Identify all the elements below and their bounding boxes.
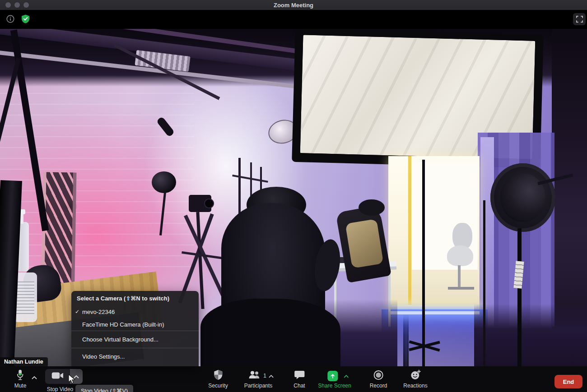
scene-floor-right	[474, 304, 587, 366]
record-button[interactable]: Record	[370, 366, 387, 392]
share-options-chevron[interactable]	[344, 372, 349, 380]
zoom-meeting-window: Zoom Meeting	[0, 0, 587, 392]
mute-label: Mute	[14, 383, 27, 389]
titlebar: Zoom Meeting	[0, 0, 587, 10]
chat-bubble-icon	[294, 370, 305, 382]
scene-camera-lens	[204, 198, 214, 208]
video-camera-icon	[51, 372, 64, 381]
meeting-info-icon[interactable]	[6, 15, 14, 23]
menu-item-virtual-background[interactable]: Choose Virtual Background...	[71, 331, 199, 348]
security-button[interactable]: Security	[208, 366, 228, 392]
menu-item-video-settings[interactable]: Video Settings...	[71, 348, 199, 365]
camera-menu-item-facetime[interactable]: FaceTime HD Camera (Built-in)	[71, 318, 199, 331]
zoom-window-button[interactable]	[23, 2, 29, 8]
participants-count: 1	[263, 373, 266, 379]
scene-office-chair-seat	[447, 245, 473, 266]
scene-warm-light-strip	[392, 305, 477, 309]
chat-button[interactable]: Chat	[294, 366, 305, 392]
camera-menu-item-mevo[interactable]: ✓ mevo-22346	[71, 305, 199, 318]
record-icon	[373, 370, 384, 382]
participants-options-chevron[interactable]	[269, 372, 274, 380]
scene-bottle-label	[16, 281, 34, 315]
participants-button[interactable]: 1 Participants	[248, 366, 274, 392]
mouse-cursor	[68, 374, 77, 387]
reactions-icon	[410, 369, 421, 382]
close-window-button[interactable]	[5, 2, 11, 8]
checkmark-icon: ✓	[75, 309, 82, 315]
fullscreen-icon[interactable]	[573, 13, 586, 25]
security-label: Security	[208, 383, 228, 389]
security-shield-icon	[213, 369, 223, 382]
scene-blue-light-strip	[389, 311, 480, 314]
stop-video-button-group	[45, 369, 83, 384]
traffic-lights	[5, 2, 29, 8]
scene-gaming-chair-base	[200, 299, 340, 366]
scene-blue-floor-glow	[382, 309, 488, 366]
meeting-status-bar	[0, 10, 587, 29]
scene-lit-column	[480, 137, 494, 327]
camera-menu-header: Select a Camera (⇧⌘N to switch)	[71, 291, 199, 305]
menu-item-label: Video Settings...	[82, 353, 125, 360]
reactions-button[interactable]: Reactions	[403, 366, 427, 392]
stop-video-button[interactable]	[45, 369, 70, 384]
record-label: Record	[370, 383, 387, 389]
chat-label: Chat	[294, 383, 305, 389]
microphone-icon	[16, 369, 25, 383]
end-meeting-button[interactable]: End	[554, 375, 582, 388]
window-title: Zoom Meeting	[0, 2, 587, 9]
camera-menu-item-label: mevo-22346	[82, 309, 115, 315]
camera-menu-item-label: FaceTime HD Camera (Built-in)	[82, 321, 164, 328]
share-screen-label: Share Screen	[318, 383, 351, 389]
stop-video-tooltip: Stop Video (⇧⌘V)	[75, 385, 133, 392]
reactions-label: Reactions	[403, 383, 427, 389]
scene-office-chair-base	[448, 287, 474, 290]
mute-options-chevron[interactable]	[32, 373, 37, 381]
scene-dish-stand	[517, 228, 522, 366]
participant-name-label: Nathan Lundie	[0, 357, 48, 367]
encrypted-shield-icon[interactable]	[21, 14, 30, 23]
scene-wall-light	[152, 171, 176, 193]
share-screen-icon	[327, 371, 338, 381]
scene-office-chair-pole	[458, 265, 461, 288]
camera-select-menu: Select a Camera (⇧⌘N to switch) ✓ mevo-2…	[71, 291, 199, 366]
mute-button[interactable]: Mute	[14, 366, 27, 392]
minimize-window-button[interactable]	[14, 2, 20, 8]
participants-label: Participants	[244, 383, 273, 389]
scene-beauty-dish	[490, 163, 555, 232]
scene-light-stand2	[483, 200, 485, 366]
scene-light-stand	[422, 160, 425, 366]
menu-item-label: Choose Virtual Background...	[82, 336, 158, 343]
share-screen-button[interactable]: Share Screen	[325, 366, 351, 392]
participants-icon	[248, 371, 261, 381]
scene-second-chair-headrest	[359, 199, 385, 216]
stop-video-label: Stop Video	[47, 386, 74, 392]
scene-cove-yellow-edge	[408, 156, 411, 315]
